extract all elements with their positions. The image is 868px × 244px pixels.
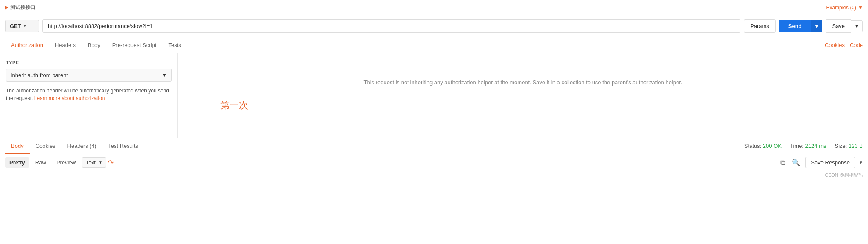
save-dropdown-button[interactable]: ▼: [851, 20, 863, 32]
method-select[interactable]: GET ▼: [5, 20, 39, 32]
response-tab-test-results[interactable]: Test Results: [102, 139, 144, 154]
response-tab-headers[interactable]: Headers (4): [61, 139, 103, 154]
send-button-group: Send ▼: [779, 20, 823, 32]
text-format-select[interactable]: Text ▼: [82, 157, 106, 168]
response-status-bar: Status: 200 OK Time: 2124 ms Size: 123 B: [744, 143, 863, 149]
wrap-icon[interactable]: ↷: [108, 158, 114, 166]
send-button[interactable]: Send: [779, 20, 811, 32]
code-link[interactable]: Code: [850, 42, 863, 48]
url-input[interactable]: [42, 19, 740, 33]
response-tab-body[interactable]: Body: [5, 139, 30, 154]
chinese-annotation: 第一次: [220, 99, 860, 112]
pretty-button[interactable]: Pretty: [5, 157, 29, 168]
text-format-chevron-icon: ▼: [98, 160, 103, 165]
top-bar: ▶ 测试接接口 Examples (0) ▼: [0, 0, 868, 15]
watermark: CSDN @栩栩配码: [0, 171, 868, 179]
tab-prerequest[interactable]: Pre-request Script: [106, 38, 163, 53]
method-chevron-icon: ▼: [23, 24, 27, 28]
main-content: TYPE Inherit auth from parent ▼ The auth…: [0, 53, 868, 138]
save-response-chevron-icon[interactable]: ▼: [859, 160, 863, 165]
time-value: 2124 ms: [805, 143, 826, 149]
size-value: 123 B: [849, 143, 863, 149]
inherit-message: This request is not inheriting any autho…: [186, 79, 860, 86]
save-button[interactable]: Save: [826, 19, 851, 33]
url-bar: GET ▼ Params Send ▼ Save ▼: [0, 15, 868, 37]
send-dropdown-button[interactable]: ▼: [811, 20, 823, 32]
auth-left-panel: TYPE Inherit auth from parent ▼ The auth…: [0, 53, 178, 138]
copy-icon[interactable]: ⧉: [779, 157, 787, 168]
arrow-icon: ▶: [5, 5, 8, 10]
size-label: Size: 123 B: [835, 143, 863, 149]
auth-type-value: Inherit auth from parent: [11, 72, 68, 78]
cookies-link[interactable]: Cookies: [825, 42, 845, 48]
save-response-button[interactable]: Save Response: [805, 157, 855, 168]
raw-button[interactable]: Raw: [31, 157, 50, 168]
auth-learn-more-link[interactable]: Learn more about authorization: [34, 95, 105, 101]
time-label: Time: 2124 ms: [790, 143, 826, 149]
status-value: 200 OK: [763, 143, 782, 149]
auth-note: The authorization header will be automat…: [6, 87, 172, 102]
examples-link[interactable]: Examples (0) ▼: [826, 5, 863, 11]
breadcrumb: ▶ 测试接接口: [5, 4, 36, 11]
params-button[interactable]: Params: [744, 19, 776, 33]
text-format-value: Text: [86, 159, 96, 166]
action-icons: ⧉ 🔍 Save Response ▼: [779, 157, 863, 168]
tab-headers[interactable]: Headers: [49, 38, 82, 53]
format-bar: Pretty Raw Preview Text ▼ ↷ ⧉ 🔍 Save Res…: [0, 154, 868, 171]
auth-type-chevron-icon: ▼: [161, 72, 167, 78]
status-label: Status: 200 OK: [744, 143, 782, 149]
save-button-group: Save ▼: [826, 19, 863, 33]
type-label: TYPE: [6, 60, 172, 65]
collection-title: 测试接接口: [10, 4, 36, 11]
search-icon[interactable]: 🔍: [790, 157, 802, 168]
tab-authorization[interactable]: Authorization: [5, 38, 49, 53]
tab-body[interactable]: Body: [82, 38, 106, 53]
auth-right-panel: This request is not inheriting any autho…: [178, 53, 868, 138]
auth-type-select[interactable]: Inherit auth from parent ▼: [6, 69, 172, 82]
request-tabs-row: Authorization Headers Body Pre-request S…: [0, 37, 868, 53]
preview-button[interactable]: Preview: [52, 157, 80, 168]
tab-tests[interactable]: Tests: [162, 38, 187, 53]
response-tabs-row: Body Cookies Headers (4) Test Results St…: [0, 138, 868, 154]
response-tab-cookies[interactable]: Cookies: [30, 139, 61, 154]
method-label: GET: [10, 23, 21, 29]
tab-right-links: Cookies Code: [825, 42, 863, 48]
